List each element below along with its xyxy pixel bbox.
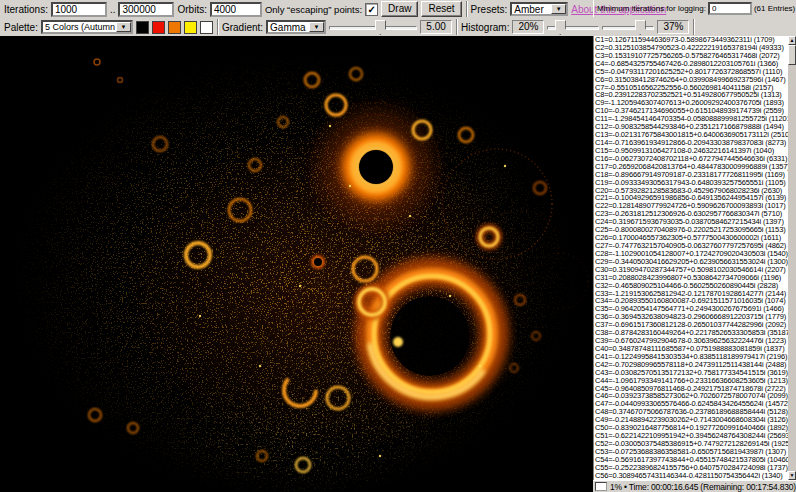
- reset-button[interactable]: Reset: [421, 1, 461, 17]
- slider-track[interactable]: [329, 26, 417, 30]
- scroll-down-icon[interactable]: ▼: [788, 471, 796, 480]
- palette-label: Palette:: [4, 22, 38, 33]
- c-entries-list[interactable]: C1=0.1267115944636973-0.5898673449362311…: [593, 36, 788, 480]
- orbits-input[interactable]: [210, 2, 262, 17]
- palette-swatch-black[interactable]: [136, 21, 149, 34]
- chevron-down-icon[interactable]: ▼: [551, 4, 566, 14]
- progress-indicator: [595, 482, 607, 491]
- draw-button[interactable]: Draw: [381, 1, 418, 17]
- iterations-group: Iterations: .. Orbits: Only “escaping” p…: [0, 1, 467, 17]
- palette-swatch-white[interactable]: [200, 21, 213, 34]
- iterations-label: Iterations:: [4, 4, 48, 15]
- range-separator: ..: [110, 4, 116, 15]
- scrollbar[interactable]: ▲ ▼: [788, 36, 796, 480]
- histogram-low-slider[interactable]: [547, 20, 599, 34]
- list-item[interactable]: C56=0.30894657431146344-0.42811507543564…: [595, 472, 788, 480]
- palette-value: 5 Colors (Autumn): [45, 22, 115, 32]
- palette-swatch-yellow[interactable]: [184, 21, 197, 34]
- slider-thumb[interactable]: [555, 20, 566, 35]
- toolbar-row-2: Palette: 5 Colors (Autumn) ▼ Gradient: G…: [0, 18, 796, 37]
- min-iterations-label: Minimum iterations for logging:: [597, 4, 706, 13]
- palette-select[interactable]: 5 Colors (Autumn) ▼: [41, 20, 133, 34]
- histogram-high-value: 37%: [657, 20, 689, 34]
- min-iterations-group: Minimum iterations for logging: (61 Entr…: [593, 0, 796, 17]
- toolbar-row-1: Iterations: .. Orbits: Only “escaping” p…: [0, 0, 796, 18]
- slider-track[interactable]: [602, 26, 654, 30]
- histogram-high-slider[interactable]: [602, 20, 654, 34]
- status-bar: 1% • Time: 00:00:16.645 (Remaining: 00:1…: [593, 480, 796, 492]
- palette-group: Palette: 5 Colors (Autumn) ▼: [0, 19, 218, 35]
- presets-select[interactable]: Amber ▼: [510, 2, 568, 16]
- gradient-select[interactable]: Gamma ▼: [266, 20, 326, 34]
- check-icon: ✓: [367, 5, 375, 14]
- fractal-image: [0, 36, 593, 492]
- escaping-points-label: Only “escaping” points:: [265, 4, 362, 15]
- entries-count: (61 Entries): [754, 4, 795, 13]
- slider-thumb[interactable]: [375, 20, 386, 35]
- palette-swatch-orange[interactable]: [168, 21, 181, 34]
- orbits-label: Orbits:: [177, 4, 206, 15]
- escaping-points-checkbox[interactable]: ✓: [365, 3, 378, 16]
- iterations-min-input[interactable]: [51, 2, 107, 17]
- iterations-max-input[interactable]: [118, 2, 174, 17]
- histogram-group: Histogram: 20% 37%: [457, 19, 694, 35]
- presets-value: Amber: [514, 4, 550, 15]
- chevron-down-icon[interactable]: ▼: [116, 22, 131, 32]
- gradient-slider[interactable]: [329, 20, 417, 34]
- chevron-down-icon[interactable]: ▼: [309, 22, 324, 32]
- gradient-label: Gradient:: [222, 22, 263, 33]
- palette-swatch-red[interactable]: [152, 21, 165, 34]
- presets-label: Presets:: [471, 4, 508, 15]
- scrollbar-thumb[interactable]: [788, 45, 796, 65]
- gradient-value: Gamma: [270, 22, 308, 33]
- histogram-label: Histogram:: [461, 22, 509, 33]
- min-iterations-input[interactable]: [708, 2, 752, 15]
- slider-thumb[interactable]: [635, 20, 646, 35]
- status-text: 1% • Time: 00:00:16.645 (Remaining: 00:1…: [610, 482, 796, 492]
- scroll-up-icon[interactable]: ▲: [788, 36, 796, 45]
- gradient-amount: 5.00: [420, 20, 452, 34]
- fractal-canvas[interactable]: [0, 36, 593, 492]
- gradient-group: Gradient: Gamma ▼ 5.00: [218, 19, 457, 35]
- histogram-low-value: 20%: [512, 20, 544, 34]
